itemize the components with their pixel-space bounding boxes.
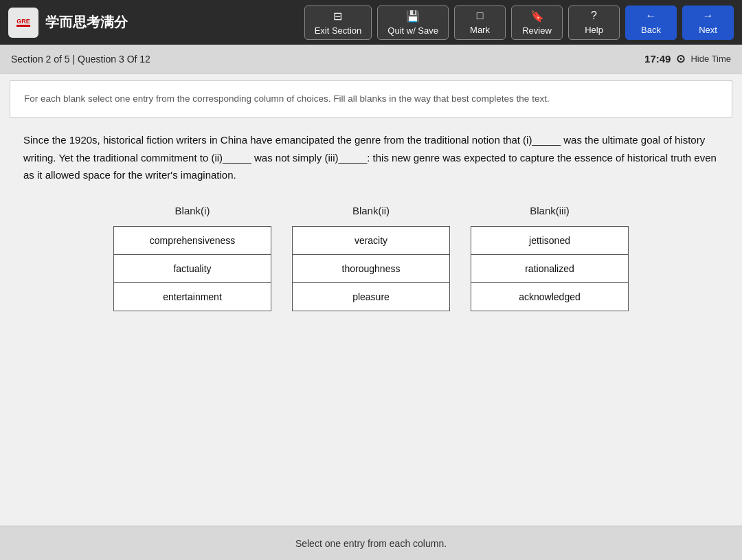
blank-ii-choice-2[interactable]: thoroughness (292, 254, 450, 283)
help-button[interactable]: ? Help (568, 5, 620, 40)
blank-iii-choice-1[interactable]: jettisoned (471, 226, 629, 255)
blank-iii-choice-2[interactable]: rationalized (471, 254, 629, 283)
exit-icon: ⊟ (333, 10, 342, 23)
clock-icon: ⊙ (676, 52, 685, 65)
blank-i-choice-1[interactable]: comprehensiveness (113, 226, 271, 255)
review-icon: 🔖 (530, 10, 544, 23)
help-icon: ? (591, 10, 597, 22)
blank-i-column: Blank(i) comprehensiveness factuality en… (113, 205, 271, 311)
blank-i-choice-3[interactable]: entertainment (113, 282, 271, 311)
blank-i-header: Blank(i) (175, 205, 210, 216)
back-button[interactable]: ← Back (625, 5, 677, 40)
mark-icon: □ (477, 10, 484, 22)
section-info: Section 2 of 5 | Question 3 Of 12 (11, 54, 644, 65)
blanks-container: Blank(i) comprehensiveness factuality en… (10, 205, 732, 311)
blank-iii-choice-3[interactable]: acknowledged (471, 282, 629, 311)
review-button[interactable]: 🔖 Review (511, 5, 563, 40)
next-icon: → (703, 10, 714, 22)
blank-ii-header: Blank(ii) (352, 205, 390, 216)
blank-ii-column: Blank(ii) veracity thoroughness pleasure (292, 205, 450, 311)
exit-section-button[interactable]: ⊟ Exit Section (304, 5, 372, 40)
instructions-box: For each blank select one entry from the… (10, 80, 732, 117)
blank-iii-header: Blank(iii) (530, 205, 570, 216)
passage-text: Since the 1920s, historical fiction writ… (10, 131, 732, 184)
hide-time-button[interactable]: Hide Time (690, 54, 731, 64)
time-display: 17:49 (644, 53, 671, 65)
quit-save-button[interactable]: 💾 Quit w/ Save (377, 5, 449, 40)
timer-area: 17:49 ⊙ Hide Time (644, 52, 731, 65)
blank-iii-column: Blank(iii) jettisoned rationalized ackno… (471, 205, 629, 311)
bottom-bar: Select one entry from each column. (0, 526, 742, 560)
logo-icon: GRE (8, 8, 38, 38)
mark-button[interactable]: □ Mark (454, 5, 506, 40)
logo-area: GRE 学而思考满分 (8, 8, 128, 38)
blank-ii-choice-3[interactable]: pleasure (292, 282, 450, 311)
save-icon: 💾 (406, 10, 420, 23)
blank-ii-choice-1[interactable]: veracity (292, 226, 450, 255)
instructions-text: For each blank select one entry from the… (24, 93, 550, 104)
back-icon: ← (646, 10, 657, 22)
header: GRE 学而思考满分 ⊟ Exit Section 💾 Quit w/ Save… (0, 0, 742, 45)
subheader: Section 2 of 5 | Question 3 Of 12 17:49 … (0, 45, 742, 74)
app-title: 学而思考满分 (45, 13, 128, 32)
next-button[interactable]: → Next (682, 5, 734, 40)
bottom-message: Select one entry from each column. (295, 538, 447, 549)
blank-i-choice-2[interactable]: factuality (113, 254, 271, 283)
